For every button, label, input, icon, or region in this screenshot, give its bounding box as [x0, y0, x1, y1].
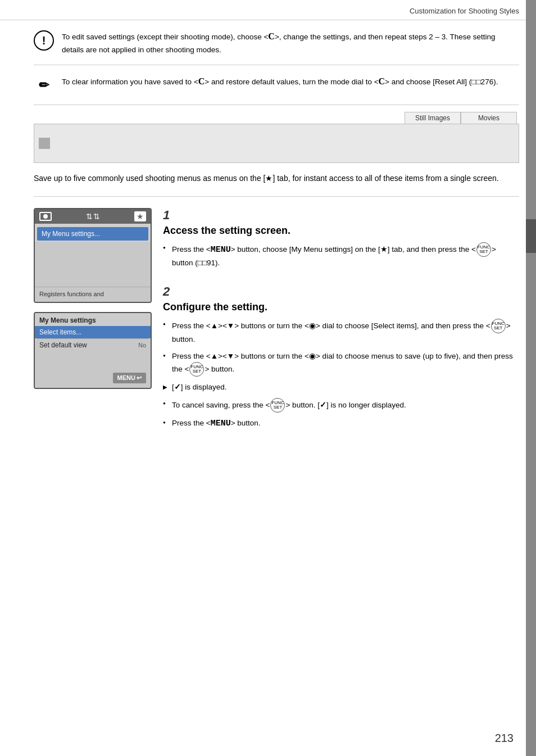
- camera-lens: [43, 214, 48, 219]
- page-header: Customization for Shooting Styles: [0, 0, 536, 20]
- notice-1-text: To edit saved settings (except their sho…: [62, 29, 519, 56]
- step-1-bullets: Press the <MENU> button, choose [My Menu…: [163, 242, 519, 269]
- func-set-btn-4: FUNCSET: [270, 398, 285, 413]
- select-items-row: Select items...: [35, 326, 151, 338]
- instructions-panel: 1 Access the setting screen. Press the <…: [163, 208, 519, 446]
- col-movies: Movies: [461, 112, 517, 124]
- step-2-bullets: Press the <▲><▼> buttons or turn the <◉>…: [163, 319, 519, 431]
- content-area: ! To edit saved settings (except their s…: [0, 20, 536, 446]
- menu-btn-arrow: ↩: [137, 374, 142, 382]
- step-2-bullet-5: Press the <MENU> button.: [163, 417, 519, 431]
- cam-menu-body: [35, 242, 151, 287]
- notice-2-text: To clear information you have saved to <…: [62, 74, 498, 89]
- register-text: Registers functions and: [35, 287, 151, 302]
- step-2-bullet-1: Press the <▲><▼> buttons or turn the <◉>…: [163, 319, 519, 346]
- gray-content-box: [34, 124, 519, 163]
- func-set-btn-3: FUNCSET: [189, 362, 204, 377]
- step-2-bullet-4: To cancel saving, press the <FUNCSET> bu…: [163, 398, 519, 413]
- step-2-block: 2 Configure the setting. Press the <▲><▼…: [163, 284, 519, 431]
- step-2-number: 2: [163, 284, 519, 299]
- gray-box-inner: [39, 138, 50, 149]
- col-still-images: Still Images: [405, 112, 461, 124]
- exclamation-icon: !: [34, 30, 54, 51]
- set-default-value: No: [138, 342, 146, 348]
- camera-icon: [39, 212, 52, 221]
- step-1-block: 1 Access the setting screen. Press the <…: [163, 208, 519, 269]
- step-1-title: Access the setting screen.: [163, 225, 519, 237]
- set-default-label: Set default view: [39, 341, 138, 349]
- step-1-number: 1: [163, 208, 519, 223]
- page-number: 213: [495, 732, 514, 745]
- camera-screen-1: ⇅⇅ ★ My Menu settings... Registers funct…: [34, 208, 152, 303]
- steps-area: ⇅⇅ ★ My Menu settings... Registers funct…: [34, 208, 519, 446]
- step-2-bullet-3: [✓] is displayed.: [163, 381, 519, 393]
- notice-box-2: ✏ To clear information you have saved to…: [34, 65, 519, 105]
- screenshots-panel: ⇅⇅ ★ My Menu settings... Registers funct…: [34, 208, 152, 446]
- cam-top-bar: ⇅⇅ ★: [35, 209, 151, 224]
- intro-text: Save up to five commonly used shooting m…: [34, 163, 519, 196]
- camera-screen-2: My Menu settings Select items... Set def…: [34, 312, 152, 389]
- step-2-title: Configure the setting.: [163, 301, 519, 313]
- step-1-bullet-1: Press the <MENU> button, choose [My Menu…: [163, 242, 519, 269]
- pencil-icon: ✏: [34, 75, 54, 96]
- menu-button-graphic: MENU ↩: [113, 373, 146, 383]
- func-set-btn-2: FUNCSET: [491, 319, 506, 333]
- table-header-row: Still Images Movies: [34, 112, 519, 124]
- right-tab-accent: [526, 219, 536, 253]
- page-title: Customization for Shooting Styles: [410, 7, 519, 15]
- set-default-view-row: Set default view No: [35, 339, 151, 351]
- star-tab-icon: ★: [134, 211, 146, 221]
- sliders-icon: ⇅⇅: [86, 212, 101, 221]
- notice-box-1: ! To edit saved settings (except their s…: [34, 20, 519, 65]
- menu-btn-label: MENU: [117, 374, 135, 381]
- right-tab: [526, 0, 536, 756]
- cam2-bottom: MENU ↩: [35, 368, 151, 388]
- step-2-bullet-2: Press the <▲><▼> buttons or turn the <◉>…: [163, 350, 519, 377]
- cam2-title: My Menu settings: [35, 313, 151, 326]
- select-items-label: Select items...: [39, 328, 146, 336]
- my-menu-settings-item: My Menu settings...: [37, 227, 148, 241]
- func-set-btn-1: FUNCSET: [476, 242, 491, 257]
